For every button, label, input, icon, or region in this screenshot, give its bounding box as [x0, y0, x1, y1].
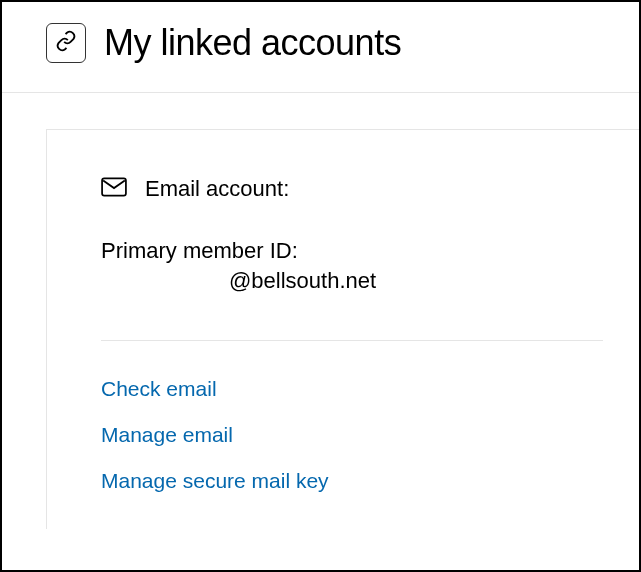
check-email-link[interactable]: Check email	[101, 377, 217, 401]
svg-rect-0	[102, 178, 126, 195]
manage-email-link[interactable]: Manage email	[101, 423, 233, 447]
redacted-username	[101, 271, 229, 291]
email-domain: @bellsouth.net	[229, 268, 376, 294]
primary-member-id-value: @bellsouth.net	[101, 268, 603, 294]
page-header: My linked accounts	[2, 22, 639, 93]
email-account-section-header: Email account:	[101, 176, 603, 202]
manage-secure-mail-key-link[interactable]: Manage secure mail key	[101, 469, 329, 493]
primary-member-id-label: Primary member ID:	[101, 238, 603, 264]
mail-icon	[101, 177, 127, 201]
section-divider	[101, 340, 603, 341]
action-links: Check email Manage email Manage secure m…	[101, 377, 603, 493]
link-icon-box	[46, 23, 86, 63]
link-icon	[55, 30, 77, 56]
linked-account-card: Email account: Primary member ID: @bells…	[46, 129, 639, 529]
page-title: My linked accounts	[104, 22, 401, 64]
email-account-label: Email account:	[145, 176, 289, 202]
